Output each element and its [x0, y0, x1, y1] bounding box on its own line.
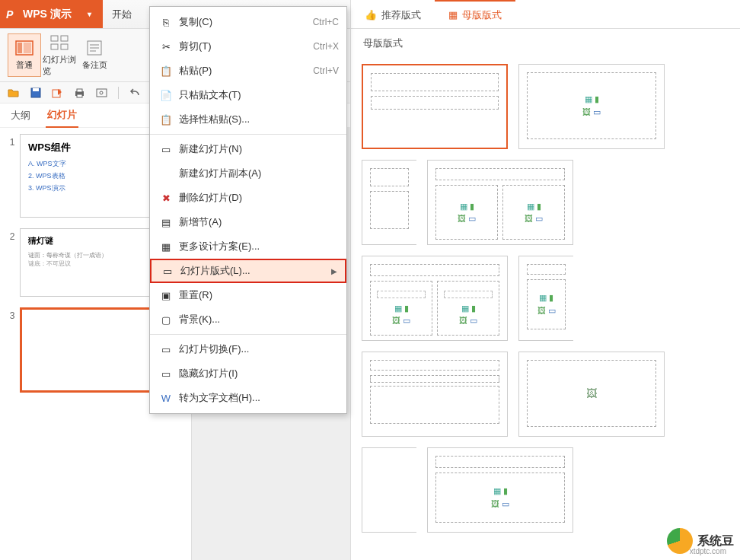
new-slide-icon: ▭ — [158, 144, 174, 155]
undo-icon[interactable] — [129, 87, 141, 98]
menu-background[interactable]: ▢背景(K)... — [150, 307, 346, 332]
watermark-url: xtdptc.com — [690, 547, 726, 555]
svg-rect-2 — [24, 43, 31, 53]
paste-special-icon: 📋 — [158, 114, 174, 126]
layout-option[interactable] — [362, 447, 416, 533]
context-menu: ⎘复制(C)Ctrl+C ✂剪切(T)Ctrl+X 📋粘贴(P)Ctrl+V 📄… — [149, 6, 347, 414]
layout-option[interactable] — [362, 64, 508, 149]
chevron-down-icon[interactable]: ▾ — [88, 10, 97, 18]
paste-text-icon: 📄 — [158, 90, 174, 101]
wps-p-icon: P — [6, 8, 18, 21]
layout-option[interactable]: ▦▮🖼▭ — [518, 64, 665, 149]
tab-recommend-layout[interactable]: 👍推荐版式 — [351, 0, 435, 28]
layout-option[interactable] — [362, 352, 508, 437]
tab-master-layout[interactable]: ▦母版版式 — [435, 0, 515, 28]
background-icon: ▢ — [158, 314, 174, 326]
layout-option[interactable]: ▦▮🖼▭▦▮🖼▭ — [362, 256, 508, 341]
view-browse-button[interactable]: 幻灯片浏览 — [43, 33, 76, 77]
thumbs-up-icon: 👍 — [365, 9, 377, 21]
view-normal-button[interactable]: 普通 — [8, 33, 41, 77]
delete-slide-icon: ✖ — [158, 192, 174, 204]
view-notes-label: 备注页 — [82, 59, 107, 71]
open-icon[interactable] — [8, 87, 19, 98]
menu-reset[interactable]: ▣重置(R) — [150, 283, 346, 307]
slide-number: 1 — [5, 134, 20, 218]
layout-grid: ▦▮🖼▭ ▦▮🖼▭▦▮🖼▭ ▦▮🖼▭▦▮🖼▭ ▦▮🖼▭ 🖼 ▦▮🖼▭ — [351, 58, 740, 539]
print-icon[interactable] — [74, 87, 85, 98]
view-browse-label: 幻灯片浏览 — [43, 54, 76, 77]
svg-rect-16 — [77, 94, 82, 97]
menu-cut[interactable]: ✂剪切(T)Ctrl+X — [150, 34, 346, 59]
menu-slide-layout[interactable]: ▭幻灯片版式(L)...▶ — [150, 259, 346, 283]
menu-copy[interactable]: ⎘复制(C)Ctrl+C — [150, 10, 346, 34]
section-icon: ▤ — [158, 217, 174, 228]
svg-rect-3 — [51, 36, 58, 41]
menu-new-section[interactable]: ▤新增节(A) — [150, 210, 346, 234]
menu-start[interactable]: 开始 — [103, 0, 141, 28]
design-icon: ▦ — [158, 241, 174, 253]
watermark: 系统豆 xtdptc.com — [667, 528, 734, 554]
normal-view-icon — [14, 40, 34, 56]
tab-slides[interactable]: 幻灯片 — [46, 103, 78, 128]
browse-view-icon — [49, 34, 69, 51]
reset-icon: ▣ — [158, 290, 174, 301]
layout-option[interactable]: 🖼 — [518, 352, 665, 437]
svg-point-18 — [100, 91, 103, 94]
menu-paste[interactable]: 📋粘贴(P)Ctrl+V — [150, 59, 346, 83]
layout-option[interactable]: ▦▮🖼▭ — [518, 256, 573, 341]
copy-icon: ⎘ — [158, 17, 174, 28]
layout-option[interactable]: ▦▮🖼▭ — [427, 447, 573, 533]
svg-rect-4 — [61, 36, 68, 41]
save-icon[interactable] — [30, 87, 41, 98]
layout-panel-tabs: 👍推荐版式 ▦母版版式 — [351, 0, 740, 29]
svg-rect-6 — [61, 44, 68, 49]
menu-paste-text[interactable]: 📄只粘贴文本(T) — [150, 83, 346, 107]
menu-delete-slide[interactable]: ✖删除幻灯片(D) — [150, 186, 346, 210]
layout-option[interactable] — [362, 160, 416, 245]
layout-grid-icon: ▦ — [448, 9, 458, 21]
chevron-right-icon: ▶ — [331, 267, 337, 275]
app-name: WPS 演示 — [23, 8, 72, 21]
transition-icon: ▭ — [158, 344, 174, 355]
layout-option[interactable]: ▦▮🖼▭▦▮🖼▭ — [427, 160, 573, 245]
preview-icon[interactable] — [96, 87, 107, 98]
menu-transition[interactable]: ▭幻灯片切换(F)... — [150, 337, 346, 361]
cut-icon: ✂ — [158, 41, 174, 52]
tab-outline[interactable]: 大纲 — [9, 104, 32, 127]
view-normal-label: 普通 — [16, 59, 33, 71]
layout-panel: 👍推荐版式 ▦母版版式 母版版式 ▦▮🖼▭ ▦▮🖼▭▦▮🖼▭ ▦▮🖼▭▦▮🖼▭ … — [350, 0, 740, 560]
svg-rect-5 — [51, 44, 58, 49]
menu-new-slide[interactable]: ▭新建幻灯片(N) — [150, 137, 346, 161]
svg-rect-15 — [77, 89, 82, 92]
menu-duplicate-slide[interactable]: 新建幻灯片副本(A) — [150, 161, 346, 186]
hide-icon: ▭ — [158, 368, 174, 380]
menu-convert[interactable]: W转为文字文档(H)... — [150, 386, 346, 410]
convert-icon: W — [158, 393, 174, 404]
slide-number: 3 — [5, 307, 20, 393]
menu-more-design[interactable]: ▦更多设计方案(E)... — [150, 234, 346, 259]
svg-rect-12 — [33, 88, 39, 91]
notes-view-icon — [85, 40, 104, 56]
view-notes-button[interactable]: 备注页 — [78, 33, 111, 77]
svg-rect-1 — [18, 43, 22, 53]
layout-section-header: 母版版式 — [351, 29, 740, 58]
layout-icon: ▭ — [159, 266, 176, 277]
export-icon[interactable] — [52, 87, 63, 98]
menu-paste-special[interactable]: 📋选择性粘贴(S)... — [150, 107, 346, 132]
svg-rect-17 — [97, 89, 107, 97]
app-logo[interactable]: P WPS 演示 ▾ — [0, 0, 103, 28]
picture-icon: 🖼 — [586, 387, 597, 399]
paste-icon: 📋 — [158, 65, 174, 77]
menu-hide-slide[interactable]: ▭隐藏幻灯片(I) — [150, 361, 346, 386]
slide-number: 2 — [5, 228, 20, 297]
